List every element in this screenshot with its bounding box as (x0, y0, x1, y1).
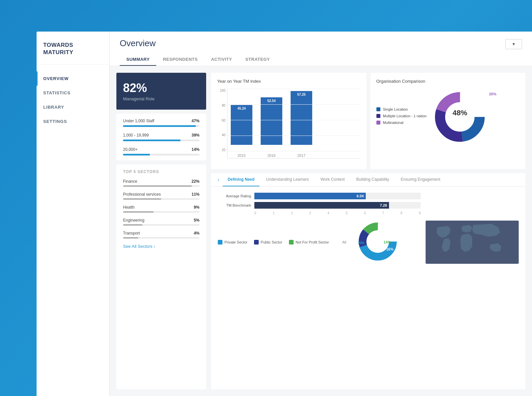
org-comparison-chart: Organisation Comparison Single Location … (370, 73, 526, 169)
legend-single: Single Location (376, 107, 427, 111)
legend-dot-multiple (376, 114, 380, 118)
page-title: Overview (120, 38, 156, 49)
legend-nonprofit: Not For Profit Sector (289, 240, 329, 245)
sidebar-item-library[interactable]: LIBRARY (37, 100, 109, 114)
bar-2016: 52.54 (261, 97, 282, 145)
sidebar-item-overview[interactable]: OVERVIEW (37, 71, 109, 86)
legend-multinational: Multinational (376, 121, 427, 125)
x-label-2016: 2016 (261, 153, 282, 157)
donut-hole (445, 102, 474, 132)
sectors-title: TOP 5 SECTORS (123, 169, 200, 174)
logo-text: TOWARDS MATURITY (43, 42, 103, 56)
small-donut-wrapper: 70% (356, 220, 399, 264)
legend-dot-private (218, 240, 222, 245)
y-label-100: 100 (220, 89, 225, 92)
legend-multiple: Multiple Location - 1 nation (376, 114, 427, 118)
legend-public: Public Sector (254, 240, 282, 245)
nav-tab-understanding[interactable]: Understanding Learners (261, 173, 314, 186)
stats-percentage: 82% (123, 81, 200, 95)
left-panel: 82% Managerial Role Under 1,000 Staff 47… (116, 73, 206, 389)
h-bar-label-avg: Average Rating (218, 194, 251, 198)
h-bar-avg: 6.04 (254, 193, 366, 199)
legend-dot-public (254, 240, 259, 245)
tab-bar: SUMMARY RESPONDENTS ACTIVITY STRATEGY (120, 53, 522, 66)
tab-activity[interactable]: ACTIVITY (204, 53, 239, 66)
y-label-80: 80 (222, 104, 225, 107)
legend-dot-multinational (376, 121, 380, 125)
defining-need-section: ‹ Defining Need Understanding Learners W… (211, 173, 525, 389)
bar-2015: 45.24 (231, 104, 252, 145)
nav-tab-work-context[interactable]: Work Context (316, 173, 349, 186)
sector-item-transport: Transport 4% (123, 231, 200, 239)
h-bar-label-tm: TM Benchmark (218, 203, 251, 207)
donut-center-pct: 48% (453, 109, 467, 117)
sidebar-item-settings[interactable]: SETTINGS (37, 114, 109, 129)
h-bar-chart: Average Rating 6.04 TM Benchmark (218, 193, 519, 215)
bar-chart-title: Year on Year TM Index (217, 79, 360, 84)
breakdown-item-1000-19999: 1,000 - 19,999 39% (123, 133, 200, 141)
logo: TOWARDS MATURITY (37, 32, 109, 65)
sector-item-finance: Finance 22% (123, 179, 200, 187)
filter-dropdown[interactable]: ▼ (505, 39, 522, 49)
h-bar-tm: 7.28 (254, 202, 389, 209)
sector-item-engineering: Engineering 5% (123, 218, 200, 226)
nav-arrow-left[interactable]: ‹ (216, 174, 221, 185)
org-chart-title: Organisation Comparison (376, 79, 520, 84)
stats-role: Managerial Role (123, 96, 200, 101)
y-label-20: 20 (222, 148, 225, 152)
legend-private: Private Sector (218, 240, 247, 245)
h-bar-x-axis: 0 1 2 3 4 5 6 7 8 9 (254, 211, 421, 215)
donut-label-14: 14% (383, 240, 391, 244)
top-charts-row: Year on Year TM Index 100 80 60 40 20 (211, 73, 525, 169)
main-window: TOWARDS MATURITY OVERVIEW STATISTICS LIB… (37, 32, 532, 396)
y-label-60: 60 (222, 119, 225, 122)
bottom-content: Average Rating 6.04 TM Benchmark (211, 187, 525, 389)
sector-legend: Private Sector Public Sector Not For Pro… (218, 240, 346, 245)
content-area: 82% Managerial Role Under 1,000 Staff 47… (110, 66, 532, 396)
breakdown-item-under1000: Under 1,000 Staff 47% (123, 119, 200, 127)
donut-right-label: 20% (489, 92, 496, 96)
tab-strategy[interactable]: STRATEGY (239, 53, 277, 66)
nav-tab-ensuring[interactable]: Ensuring Engagement (396, 173, 445, 186)
staff-breakdown-card: Under 1,000 Staff 47% 1,000 - 19,999 39% (116, 114, 206, 160)
legend-dot-nonprofit (289, 240, 294, 245)
bar-2017: 57.25 (291, 91, 312, 145)
filter-all-label[interactable]: All (342, 240, 346, 244)
nav-tab-building[interactable]: Building Capability (351, 173, 394, 186)
org-legend: Single Location Multiple Location - 1 na… (376, 107, 427, 125)
sector-comparison-row: Private Sector Public Sector Not For Pro… (218, 220, 519, 264)
see-all-sectors-link[interactable]: See All Sectors › (123, 244, 200, 249)
nav-tab-defining[interactable]: Defining Need (223, 173, 260, 186)
world-map (426, 221, 519, 264)
donut-svg-wrapper: 48% 20% (432, 89, 488, 147)
defining-need-nav: ‹ Defining Need Understanding Learners W… (211, 173, 525, 187)
small-donut-label-70: 70% (358, 241, 364, 245)
breakdown-item-20000plus: 20,000+ 14% (123, 147, 200, 155)
world-map-container (397, 221, 519, 264)
donut-chart-svg: 48% (432, 89, 488, 145)
main-content: Overview ▼ SUMMARY RESPONDENTS ACTIVITY … (110, 32, 532, 396)
tab-summary[interactable]: SUMMARY (120, 53, 156, 66)
legend-dot-single (376, 107, 380, 111)
tab-respondents[interactable]: RESPONDENTS (156, 53, 204, 66)
x-label-2015: 2015 (231, 153, 252, 157)
sectors-card: TOP 5 SECTORS Finance 22% Professional s… (116, 164, 206, 389)
x-label-2017: 2017 (291, 153, 312, 157)
page-header: Overview ▼ SUMMARY RESPONDENTS ACTIVITY … (110, 32, 532, 66)
year-on-year-chart: Year on Year TM Index 100 80 60 40 20 (211, 73, 366, 169)
stats-card: 82% Managerial Role (116, 73, 206, 110)
world-map-svg (426, 221, 519, 264)
sidebar-nav: OVERVIEW STATISTICS LIBRARY SETTINGS (37, 65, 109, 135)
y-label-40: 40 (222, 133, 225, 137)
right-panel: Year on Year TM Index 100 80 60 40 20 (211, 73, 525, 389)
sidebar: TOWARDS MATURITY OVERVIEW STATISTICS LIB… (37, 32, 110, 396)
sector-item-health: Health 9% (123, 205, 200, 213)
sidebar-item-statistics[interactable]: STATISTICS (37, 86, 109, 100)
sector-item-professional: Professional services 11% (123, 192, 200, 200)
